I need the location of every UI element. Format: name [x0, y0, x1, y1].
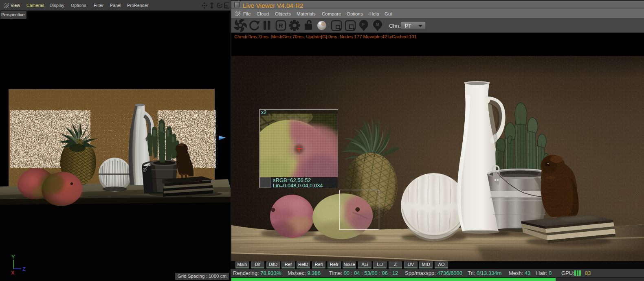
svg-text:X: X: [11, 270, 15, 275]
svg-text:PT: PT: [405, 23, 411, 29]
svg-text:Y: Y: [11, 254, 15, 260]
svg-text:Chn:: Chn:: [389, 23, 401, 29]
svg-text:F: F: [362, 22, 365, 27]
svg-text:R: R: [279, 22, 283, 29]
svg-text:Z: Z: [22, 266, 26, 272]
svg-text:M: M: [376, 22, 379, 27]
